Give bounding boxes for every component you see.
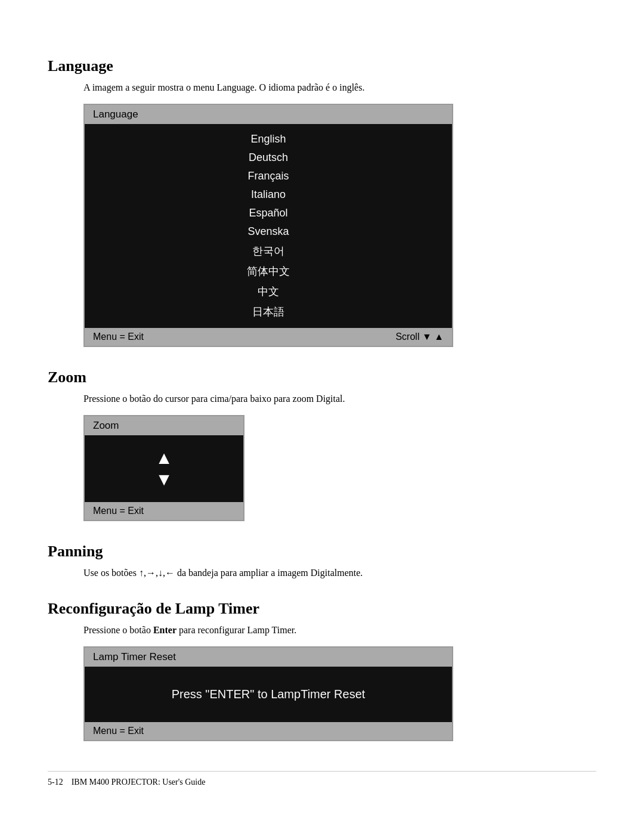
lamp-mockup-footer: Menu = Exit xyxy=(85,722,452,740)
lamp-section-title: Reconfiguração de Lamp Timer xyxy=(48,600,596,618)
lamp-desc-before: Pressione o botão xyxy=(83,625,153,635)
language-list: English Deutsch Français Italiano Españo… xyxy=(85,124,452,328)
lamp-mockup-header: Lamp Timer Reset xyxy=(85,648,452,667)
list-item[interactable]: 简体中文 xyxy=(85,261,452,281)
language-section-desc: A imagem a seguir mostra o menu Language… xyxy=(83,82,596,93)
panning-section-desc: Use os botões ↑,→,↓,← da bandeja para am… xyxy=(83,568,596,578)
lamp-mockup: Lamp Timer Reset Press "ENTER" to LampTi… xyxy=(83,646,453,741)
lamp-desc-after: para reconfigurar Lamp Timer. xyxy=(177,625,296,635)
zoom-up-arrow: ▲ xyxy=(155,447,173,469)
zoom-mockup-header: Zoom xyxy=(85,416,243,435)
list-item[interactable]: Français xyxy=(85,167,452,185)
lamp-section-desc: Pressione o botão Enter para reconfigura… xyxy=(83,625,596,636)
list-item[interactable]: 中文 xyxy=(85,281,452,302)
lamp-body-text: Press "ENTER" to LampTimer Reset xyxy=(97,688,440,701)
list-item[interactable]: English xyxy=(85,130,452,148)
lamp-body: Press "ENTER" to LampTimer Reset xyxy=(85,667,452,722)
product-name: IBM M400 PROJECTOR: User's Guide xyxy=(72,778,206,786)
zoom-body: ▲ ▼ xyxy=(85,435,243,502)
language-mockup: Language English Deutsch Français Italia… xyxy=(83,104,453,347)
list-item[interactable]: Español xyxy=(85,204,452,222)
list-item[interactable]: Deutsch xyxy=(85,148,452,167)
list-item[interactable]: 한국어 xyxy=(85,241,452,261)
panning-section-title: Panning xyxy=(48,543,596,561)
zoom-down-arrow: ▼ xyxy=(155,469,173,490)
zoom-section-title: Zoom xyxy=(48,368,596,386)
zoom-section-desc: Pressione o botão do cursor para cima/pa… xyxy=(83,394,596,404)
list-item[interactable]: Italiano xyxy=(85,185,452,204)
zoom-mockup: Zoom ▲ ▼ Menu = Exit xyxy=(83,415,244,521)
list-item[interactable]: Svenska xyxy=(85,222,452,241)
footer-menu-exit: Menu = Exit xyxy=(93,506,144,516)
lamp-desc-bold: Enter xyxy=(153,625,177,635)
page-footer: 5-12 IBM M400 PROJECTOR: User's Guide xyxy=(48,771,596,787)
footer-menu-exit: Menu = Exit xyxy=(93,332,144,342)
footer-menu-exit: Menu = Exit xyxy=(93,726,144,736)
page-number: 5-12 xyxy=(48,778,63,786)
list-item[interactable]: 日本語 xyxy=(85,302,452,322)
language-mockup-header: Language xyxy=(85,105,452,124)
zoom-mockup-footer: Menu = Exit xyxy=(85,502,243,520)
footer-scroll: Scroll ▼ ▲ xyxy=(395,332,444,342)
language-section-title: Language xyxy=(48,57,596,75)
language-mockup-footer: Menu = Exit Scroll ▼ ▲ xyxy=(85,328,452,346)
